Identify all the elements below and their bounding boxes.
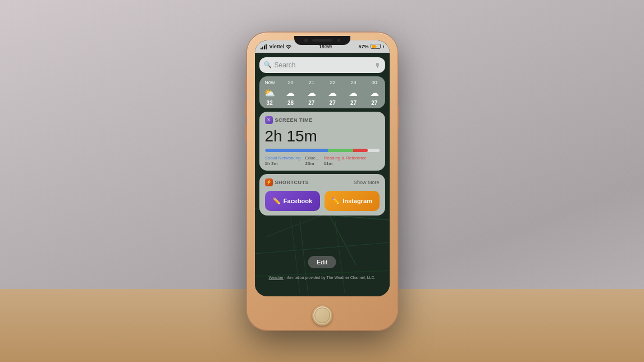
- usage-bar-reading: [353, 149, 368, 152]
- screen-time-header: X SCREEN TIME: [265, 116, 380, 124]
- weather-hours: Now ⛅ 32 20 ☁ 28 21 ☁ 27 2: [259, 76, 385, 108]
- cloud-icon-1: ☁: [286, 88, 295, 98]
- cloud-icon-4: ☁: [349, 88, 358, 98]
- facebook-shortcut-button[interactable]: ✏️ Facebook: [265, 191, 320, 211]
- volume-down-button[interactable]: [245, 123, 247, 141]
- shortcuts-label: SHORTCUTS: [275, 180, 309, 185]
- weather-time-3: 22: [330, 80, 335, 85]
- camera-dot: [304, 39, 308, 42]
- weather-hour-5: 00 ☁ 27: [364, 76, 385, 108]
- show-more-button[interactable]: Show More: [354, 180, 380, 185]
- cloud-icon-3: ☁: [328, 88, 337, 98]
- search-bar[interactable]: 🔍 Search 🎙: [259, 57, 385, 73]
- weather-temp-1: 28: [287, 100, 294, 106]
- facebook-label: Facebook: [284, 198, 312, 204]
- edit-button[interactable]: Edit: [308, 256, 336, 268]
- home-button[interactable]: [312, 305, 332, 326]
- weather-hour-2: 21 ☁ 27: [301, 76, 322, 108]
- screen-time-widget[interactable]: X SCREEN TIME 2h 15m Social Networking 1…: [259, 112, 385, 171]
- category-reading-time: 11m: [323, 161, 367, 166]
- shortcuts-icon-symbol: ⚡: [266, 180, 272, 185]
- shortcut-buttons: ✏️ Facebook ✏️ Instagram: [265, 191, 380, 211]
- category-social-time: 1h 3m: [265, 161, 301, 166]
- weather-hour-1: 20 ☁ 28: [280, 76, 301, 108]
- weather-hour-3: 22 ☁ 27: [322, 76, 342, 108]
- weather-temp-4: 27: [350, 100, 357, 106]
- usage-bar-social: [265, 149, 328, 152]
- volume-up-button[interactable]: [245, 100, 247, 118]
- phone-body: Viettel 19:59 57%: [247, 33, 398, 330]
- svg-rect-12: [266, 44, 267, 49]
- shortcuts-header-left: ⚡ SHORTCUTS: [265, 178, 309, 186]
- microphone-icon[interactable]: 🎙: [374, 62, 381, 68]
- weather-time-0: Now: [264, 80, 275, 85]
- weather-temp-3: 27: [330, 100, 336, 106]
- battery-tip: [383, 45, 384, 48]
- category-social: Social Networking 1h 3m: [265, 155, 301, 166]
- camera-dot-2: [337, 39, 340, 42]
- svg-rect-10: [262, 47, 263, 49]
- weather-temp-2: 27: [308, 100, 314, 106]
- svg-rect-11: [264, 45, 265, 49]
- widgets-area: 🔍 Search 🎙 Now ⛅ 32 20 ☁ 28: [255, 53, 390, 296]
- status-right: 57%: [358, 44, 383, 49]
- weather-time-2: 21: [309, 80, 314, 85]
- power-button[interactable]: [398, 106, 399, 129]
- shortcuts-icon: ⚡: [265, 178, 273, 186]
- screen-time-icon-label: X: [267, 117, 270, 122]
- weather-hour-0: Now ⛅ 32: [259, 76, 280, 108]
- instagram-label: Instagram: [342, 198, 372, 204]
- phone-screen: Viettel 19:59 57%: [255, 40, 390, 296]
- home-button-inner: [314, 308, 330, 323]
- top-bar: [294, 36, 350, 45]
- cloud-icon-2: ☁: [307, 88, 316, 98]
- shortcuts-header: ⚡ SHORTCUTS Show More: [265, 178, 380, 186]
- shortcuts-widget[interactable]: ⚡ SHORTCUTS Show More ✏️ Facebook ✏️ Ins…: [259, 174, 385, 216]
- screen-time-total: 2h 15m: [265, 127, 380, 145]
- category-education-time: 23m: [305, 161, 319, 166]
- screen-time-icon: X: [265, 116, 273, 124]
- instagram-icon: ✏️: [331, 197, 340, 205]
- edit-button-area: Edit: [308, 256, 336, 268]
- usage-categories: Social Networking 1h 3m Educ... 23m Read…: [265, 155, 380, 166]
- battery-percent: 57%: [358, 44, 368, 49]
- search-icon: 🔍: [264, 61, 272, 68]
- weather-time-1: 20: [287, 80, 293, 85]
- search-input[interactable]: Search: [275, 61, 372, 69]
- facebook-icon: ✏️: [272, 197, 281, 205]
- category-reading-name: Reading & Reference: [323, 155, 367, 161]
- weather-hour-4: 23 ☁ 27: [343, 76, 364, 108]
- battery-icon: [371, 44, 381, 49]
- instagram-shortcut-button[interactable]: ✏️ Instagram: [325, 191, 380, 211]
- category-reading: Reading & Reference 11m: [323, 155, 367, 166]
- weather-credit: Weather information provided by The Weat…: [255, 276, 390, 279]
- status-left: Viettel: [261, 44, 293, 49]
- screen-time-label: SCREEN TIME: [275, 117, 313, 123]
- wifi-icon: [285, 44, 292, 49]
- speaker-bar: [312, 39, 332, 42]
- svg-rect-9: [261, 48, 262, 49]
- signal-icon: [261, 44, 268, 49]
- weather-time-5: 00: [372, 80, 377, 85]
- cloud-icon-5: ☁: [370, 88, 379, 98]
- weather-widget: Now ⛅ 32 20 ☁ 28 21 ☁ 27 2: [259, 76, 385, 108]
- weather-temp-0: 32: [267, 100, 273, 106]
- usage-bar: [265, 149, 380, 152]
- weather-temp-5: 27: [371, 100, 377, 106]
- weather-credit-text: Weather: [269, 276, 284, 279]
- category-education: Educ... 23m: [305, 155, 319, 166]
- cloud-icon-0: ⛅: [264, 88, 275, 98]
- charging-icon: [373, 44, 378, 49]
- weather-credit-rest: information provided by The Weather Chan…: [285, 276, 376, 279]
- weather-time-4: 23: [350, 80, 356, 85]
- category-education-name: Educ...: [305, 155, 319, 161]
- category-social-name: Social Networking: [265, 155, 301, 161]
- usage-bar-education: [328, 149, 353, 152]
- carrier-name: Viettel: [270, 44, 285, 49]
